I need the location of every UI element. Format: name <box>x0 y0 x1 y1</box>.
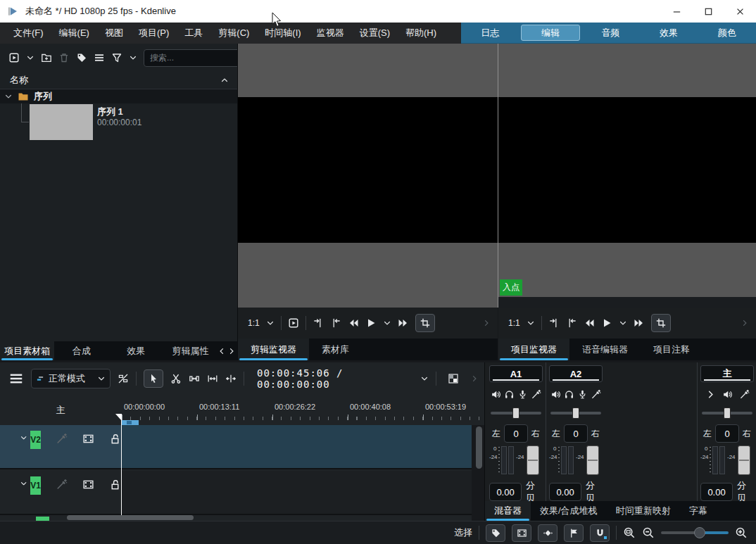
track-badge-v2[interactable]: V2 <box>30 431 41 449</box>
db-value[interactable]: 0.00 <box>700 483 733 501</box>
tab-project-monitor[interactable]: 项目监视器 <box>498 339 569 360</box>
timeline-ruler[interactable] <box>121 417 484 420</box>
timeline-panel[interactable]: 主 00:00:00:00 00:00:13:11 00:00:26:22 00… <box>0 394 484 521</box>
mute-speaker-icon[interactable] <box>550 389 561 400</box>
effects-wand-icon[interactable] <box>739 389 750 400</box>
snap-button[interactable] <box>590 524 610 542</box>
balance-value[interactable]: 0 <box>564 424 588 443</box>
channel-title-button[interactable]: 主 <box>700 365 754 382</box>
menu-file[interactable]: 文件(F) <box>6 23 51 44</box>
mixed-insert-icon[interactable] <box>118 373 129 384</box>
show-keyframes-button[interactable] <box>538 524 557 542</box>
project-monitor-zoom-level[interactable]: 1:1 <box>508 318 520 328</box>
tab-effects[interactable]: 效果 <box>109 341 163 360</box>
fast-forward-icon[interactable] <box>634 317 645 329</box>
effects-wand-icon[interactable] <box>591 389 601 400</box>
workspace-tab-audio[interactable]: 音频 <box>581 23 640 43</box>
track-lock-icon[interactable] <box>109 433 121 445</box>
workspace-tab-editing[interactable]: 编辑 <box>521 25 581 41</box>
transparency-button[interactable] <box>443 369 463 388</box>
timecode-chevron-down-icon[interactable] <box>420 374 429 383</box>
workspace-tab-effects[interactable]: 效果 <box>640 23 698 43</box>
tab-project-bin[interactable]: 项目素材箱 <box>0 341 54 360</box>
monitor-splitter[interactable] <box>498 44 498 308</box>
project-monitor[interactable]: 入点 <box>498 44 756 308</box>
slip-tool-icon[interactable] <box>207 373 218 384</box>
rewind-icon[interactable] <box>584 317 595 329</box>
timeline-master-label[interactable]: 主 <box>53 404 68 417</box>
track-header-v1[interactable]: V1 <box>0 471 121 515</box>
menu-settings[interactable]: 设置(S) <box>352 23 398 44</box>
set-out-point-icon[interactable] <box>330 317 341 329</box>
zoom-chevron-down-icon[interactable] <box>527 319 535 327</box>
track-collapse-chevron-icon[interactable] <box>20 476 27 491</box>
tab-library[interactable]: 素材库 <box>309 339 362 360</box>
toolbar-overflow-icon[interactable] <box>482 319 491 327</box>
timeline-zone-bar[interactable] <box>122 420 139 425</box>
menu-help[interactable]: 帮助(H) <box>398 23 444 44</box>
bin-folder-row[interactable]: 序列 <box>0 89 237 103</box>
menu-view[interactable]: 视图 <box>97 23 131 44</box>
menu-monitor[interactable]: 监视器 <box>309 23 352 44</box>
workspace-tab-logging[interactable]: 日志 <box>461 23 519 43</box>
track-lock-icon[interactable] <box>109 479 121 491</box>
track-collapse-chevron-icon[interactable] <box>20 431 27 445</box>
balance-value[interactable]: 0 <box>715 424 739 443</box>
filter-icon[interactable] <box>111 52 122 63</box>
play-icon[interactable] <box>365 317 377 329</box>
timeline-menu-icon[interactable] <box>8 371 24 386</box>
set-out-point-icon[interactable] <box>566 317 577 329</box>
tab-scroll-left-icon[interactable] <box>218 347 226 355</box>
spacer-tool-icon[interactable] <box>189 373 200 384</box>
toolbar-overflow-icon[interactable] <box>741 319 749 327</box>
channel-title-button[interactable]: A2 <box>549 365 603 382</box>
clip-monitor[interactable] <box>238 44 498 308</box>
db-value[interactable]: 0.00 <box>549 483 581 501</box>
expand-chevron-right-icon[interactable] <box>705 389 716 400</box>
zoom-slider-handle[interactable] <box>694 527 705 538</box>
show-markers-button[interactable] <box>486 524 505 542</box>
project-monitor-video[interactable] <box>498 97 756 243</box>
workspace-tab-color[interactable]: 颜色 <box>698 23 756 43</box>
zoom-out-icon[interactable] <box>642 526 655 539</box>
record-mic-icon[interactable] <box>577 389 588 400</box>
volume-fader[interactable] <box>527 445 539 475</box>
tab-clip-monitor[interactable]: 剪辑监视器 <box>238 339 309 360</box>
track-lane-v2[interactable] <box>121 425 472 469</box>
zoom-fit-icon[interactable] <box>623 526 636 539</box>
db-value[interactable]: 0.00 <box>489 483 522 501</box>
menu-edit[interactable]: 编辑(E) <box>51 23 97 44</box>
folder-expand-chevron-icon[interactable] <box>4 92 13 101</box>
timeline-horizontal-scrollbar[interactable] <box>67 515 194 520</box>
set-in-point-icon[interactable] <box>313 317 324 329</box>
tab-clip-properties[interactable]: 剪辑属性 <box>163 341 218 360</box>
razor-tool-icon[interactable] <box>170 373 182 384</box>
track-thumbnails-icon[interactable] <box>82 479 94 491</box>
clip-thumbnail[interactable] <box>30 104 93 140</box>
timeline-vertical-scrollbar[interactable] <box>476 426 482 469</box>
pan-slider-handle[interactable] <box>724 407 731 419</box>
zone-handle[interactable] <box>127 421 132 424</box>
mute-speaker-icon[interactable] <box>491 389 501 400</box>
zone-mode-button[interactable] <box>415 314 435 332</box>
close-button[interactable] <box>724 0 756 23</box>
channel-title-button[interactable]: A1 <box>489 365 543 382</box>
clip-monitor-video[interactable] <box>238 97 498 243</box>
solo-headphones-icon[interactable] <box>564 389 574 400</box>
volume-fader[interactable] <box>738 445 750 475</box>
bin-column-header[interactable]: 名称 <box>0 72 237 89</box>
maximize-button[interactable] <box>693 0 724 23</box>
clip-monitor-zoom-level[interactable]: 1:1 <box>248 318 260 328</box>
track-effects-icon[interactable] <box>56 479 68 491</box>
filter-chevron-down-icon[interactable] <box>129 53 137 62</box>
menu-project[interactable]: 项目(P) <box>131 23 177 44</box>
pan-slider-handle[interactable] <box>512 407 519 419</box>
tab-subtitles[interactable]: 字幕 <box>680 501 717 521</box>
balance-value[interactable]: 0 <box>504 424 528 443</box>
zone-mode-button[interactable] <box>651 314 671 332</box>
project-monitor-seek-ruler[interactable] <box>498 297 756 308</box>
thumbnails-button[interactable] <box>512 524 531 542</box>
fast-forward-icon[interactable] <box>398 317 409 329</box>
volume-fader[interactable] <box>586 445 599 475</box>
show-flags-button[interactable] <box>564 524 584 542</box>
